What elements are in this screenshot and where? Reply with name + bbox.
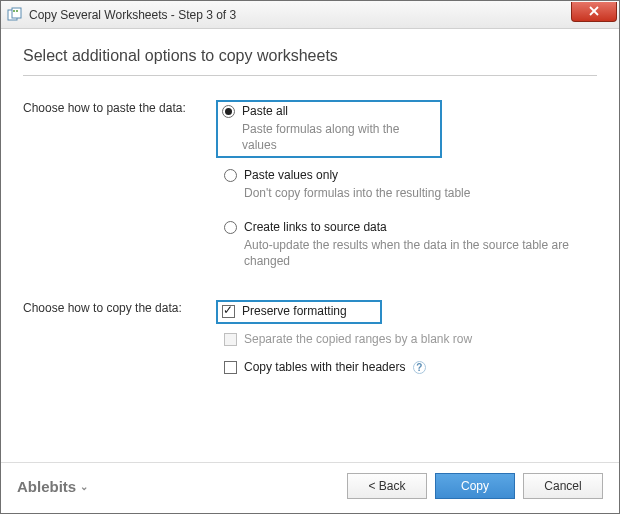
radio-label: Create links to source data — [244, 219, 591, 235]
paste-section: Choose how to paste the data: Paste all … — [23, 100, 597, 278]
radio-create-links[interactable]: Create links to source data Auto-update … — [218, 216, 597, 274]
checkbox-separate-blank-row: Separate the copied ranges by a blank ro… — [218, 328, 597, 352]
radio-desc: Auto-update the results when the data in… — [244, 237, 591, 269]
close-button[interactable] — [571, 2, 617, 22]
radio-label: Paste values only — [244, 167, 470, 183]
footer: Ablebits ⌄ < Back Copy Cancel — [1, 462, 619, 513]
copy-button[interactable]: Copy — [435, 473, 515, 499]
svg-rect-3 — [16, 10, 18, 12]
close-icon — [589, 6, 599, 16]
svg-rect-2 — [13, 10, 15, 12]
radio-icon — [224, 169, 237, 182]
page-heading: Select additional options to copy worksh… — [23, 47, 597, 65]
copy-section-label: Choose how to copy the data: — [23, 300, 218, 384]
copy-options: Preserve formatting Separate the copied … — [218, 300, 597, 384]
checkbox-icon — [224, 361, 237, 374]
checkbox-label: Copy tables with their headers ? — [244, 359, 426, 375]
radio-label: Paste all — [242, 103, 436, 119]
checkbox-icon — [222, 305, 235, 318]
svg-rect-1 — [12, 8, 21, 18]
brand-label: Ablebits — [17, 478, 76, 495]
checkbox-label: Preserve formatting — [242, 303, 347, 319]
checkbox-icon — [224, 333, 237, 346]
help-icon[interactable]: ? — [413, 361, 426, 374]
paste-options: Paste all Paste formulas along with the … — [218, 100, 597, 278]
radio-desc: Don't copy formulas into the resulting t… — [244, 185, 470, 201]
titlebar: Copy Several Worksheets - Step 3 of 3 — [1, 1, 619, 29]
content-area: Select additional options to copy worksh… — [1, 29, 619, 462]
checkbox-copy-headers[interactable]: Copy tables with their headers ? — [218, 356, 597, 380]
checkbox-preserve-formatting[interactable]: Preserve formatting — [216, 300, 382, 324]
paste-section-label: Choose how to paste the data: — [23, 100, 218, 278]
radio-paste-all[interactable]: Paste all Paste formulas along with the … — [216, 100, 442, 158]
back-button[interactable]: < Back — [347, 473, 427, 499]
chevron-down-icon: ⌄ — [80, 481, 88, 492]
brand-menu[interactable]: Ablebits ⌄ — [17, 478, 88, 495]
window-title: Copy Several Worksheets - Step 3 of 3 — [29, 8, 571, 22]
divider — [23, 75, 597, 76]
dialog-window: Copy Several Worksheets - Step 3 of 3 Se… — [0, 0, 620, 514]
app-icon — [7, 7, 23, 23]
radio-icon — [222, 105, 235, 118]
copy-section: Choose how to copy the data: Preserve fo… — [23, 300, 597, 384]
checkbox-label: Separate the copied ranges by a blank ro… — [244, 331, 472, 347]
radio-desc: Paste formulas along with the values — [242, 121, 436, 153]
cancel-button[interactable]: Cancel — [523, 473, 603, 499]
radio-icon — [224, 221, 237, 234]
radio-paste-values[interactable]: Paste values only Don't copy formulas in… — [218, 164, 597, 206]
